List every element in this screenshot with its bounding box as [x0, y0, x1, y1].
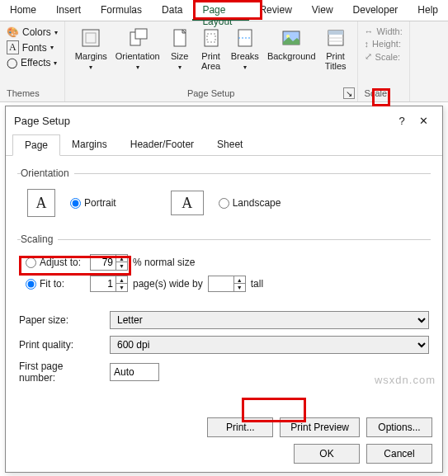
background-icon	[280, 26, 303, 49]
fonts-icon: A	[7, 40, 19, 54]
spin-up[interactable]: ▲	[116, 276, 127, 284]
print-area-button[interactable]: Print Area	[196, 25, 226, 73]
adjust-to-radio-input[interactable]	[26, 257, 36, 268]
scale-scale[interactable]: ⤢Scale:	[365, 51, 403, 62]
portrait-label: Portrait	[84, 197, 116, 209]
adjust-to-spinner[interactable]: ▲▼	[90, 254, 128, 271]
print-area-icon	[200, 26, 223, 49]
tab-formulas[interactable]: Formulas	[91, 0, 152, 21]
landscape-icon: A	[171, 191, 204, 215]
fit-wide-spinner[interactable]: ▲▼	[90, 276, 128, 292]
fit-to-label: Fit to:	[40, 278, 64, 290]
size-icon	[168, 26, 191, 49]
dlg-tab-header-footer[interactable]: Header/Footer	[119, 134, 205, 155]
svg-rect-5	[205, 30, 218, 46]
adjust-to-suffix: % normal size	[133, 257, 195, 268]
options-button[interactable]: Options...	[366, 417, 432, 437]
orientation-icon	[126, 26, 149, 49]
landscape-radio[interactable]: Landscape	[219, 197, 281, 209]
spin-up[interactable]: ▲	[234, 276, 245, 284]
scale-icon: ⤢	[365, 51, 372, 62]
paper-size-select[interactable]: Letter	[110, 311, 429, 329]
size-button[interactable]: Size▾	[165, 25, 195, 73]
height-label: Height:	[372, 39, 401, 49]
breaks-button[interactable]: Breaks▾	[228, 25, 262, 73]
group-page-setup: Margins▾ Orientation▾ Size▾ Print Area B…	[65, 21, 358, 101]
spin-down[interactable]: ▼	[116, 284, 127, 291]
margins-icon	[79, 26, 102, 49]
dialog-body: Orientation A Portrait A Landscape Scali…	[6, 156, 442, 395]
orientation-button[interactable]: Orientation▾	[112, 25, 163, 73]
scale-height[interactable]: ↕Height:	[365, 39, 403, 49]
ribbon-body: 🎨 Colors▾ A Fonts▾ ◯ Effects▾ Themes Mar…	[0, 21, 448, 102]
fit-to-radio-input[interactable]	[26, 279, 36, 290]
cancel-button[interactable]: Cancel	[366, 444, 432, 464]
fonts-menu[interactable]: A Fonts▾	[7, 40, 58, 54]
tab-insert[interactable]: Insert	[46, 0, 91, 21]
first-page-input[interactable]	[110, 363, 159, 381]
page-setup-dialog: Page Setup ? ✕ Page Margins Header/Foote…	[5, 106, 443, 473]
scaling-legend: Scaling	[21, 233, 58, 245]
print-quality-select[interactable]: 600 dpi	[110, 336, 429, 354]
effects-menu[interactable]: ◯ Effects▾	[7, 57, 58, 68]
portrait-radio[interactable]: Portrait	[70, 197, 116, 209]
ok-button[interactable]: OK	[294, 444, 360, 464]
scale-label: Scale:	[375, 52, 401, 62]
adjust-to-label: Adjust to:	[40, 257, 81, 268]
portrait-radio-input[interactable]	[70, 198, 81, 209]
colors-label: Colors	[22, 26, 51, 38]
landscape-radio-input[interactable]	[219, 198, 229, 209]
fit-mid-label: page(s) wide by	[133, 278, 203, 290]
margins-button[interactable]: Margins▾	[72, 25, 111, 73]
spin-down[interactable]: ▼	[116, 262, 127, 270]
help-button[interactable]: ?	[391, 111, 413, 130]
spin-down[interactable]: ▼	[234, 284, 245, 291]
fit-tall-spinner[interactable]: ▲▼	[208, 276, 246, 292]
dlg-tab-page[interactable]: Page	[12, 134, 60, 156]
group-themes: 🎨 Colors▾ A Fonts▾ ◯ Effects▾ Themes	[0, 21, 65, 101]
portrait-icon: A	[27, 189, 55, 217]
fit-to-radio[interactable]: Fit to:	[26, 278, 85, 290]
themes-group-label: Themes	[7, 88, 40, 100]
page-setup-launcher[interactable]: ↘	[343, 87, 355, 99]
scale-width[interactable]: ↔Width:	[365, 26, 403, 36]
tab-developer[interactable]: Developer	[343, 0, 408, 21]
close-button[interactable]: ✕	[413, 111, 434, 130]
print-titles-button[interactable]: Print Titles	[321, 25, 351, 73]
dialog-tabs: Page Margins Header/Footer Sheet	[6, 134, 442, 156]
print-preview-button[interactable]: Print Preview	[280, 417, 360, 437]
page-setup-group-label: Page Setup	[187, 88, 235, 100]
size-label: Size	[171, 51, 188, 61]
svg-rect-0	[83, 30, 99, 46]
tab-page-layout[interactable]: Page Layout	[192, 0, 249, 21]
effects-label: Effects	[21, 57, 50, 68]
dlg-tab-margins[interactable]: Margins	[60, 134, 119, 155]
fit-wide-input[interactable]	[91, 278, 116, 290]
scaling-fieldset: Scaling Adjust to: ▲▼ % normal size Fit …	[17, 233, 431, 298]
dlg-tab-sheet[interactable]: Sheet	[205, 134, 254, 155]
tab-view[interactable]: View	[302, 0, 343, 21]
orientation-fieldset: Orientation A Portrait A Landscape	[17, 167, 431, 224]
dialog-titlebar: Page Setup ? ✕	[6, 106, 442, 134]
width-icon: ↔	[365, 26, 374, 36]
width-label: Width:	[377, 26, 403, 36]
svg-rect-3	[135, 29, 147, 39]
tab-help[interactable]: Help	[408, 0, 448, 21]
background-label: Background	[267, 51, 316, 61]
print-button[interactable]: Print...	[207, 417, 273, 437]
fit-tall-input[interactable]	[209, 278, 233, 290]
tab-review[interactable]: Review	[249, 0, 301, 21]
height-icon: ↕	[365, 39, 370, 49]
dialog-title-text: Page Setup	[14, 115, 70, 127]
fonts-label: Fonts	[22, 42, 47, 54]
tab-data[interactable]: Data	[152, 0, 192, 21]
tab-home[interactable]: Home	[0, 0, 46, 21]
colors-menu[interactable]: 🎨 Colors▾	[7, 26, 58, 38]
breaks-label: Breaks	[231, 51, 259, 61]
background-button[interactable]: Background	[264, 25, 319, 73]
adjust-to-input[interactable]	[91, 257, 116, 268]
landscape-label: Landscape	[233, 197, 281, 209]
watermark: wsxdn.com	[375, 374, 436, 386]
adjust-to-radio[interactable]: Adjust to:	[26, 257, 85, 268]
spin-up[interactable]: ▲	[116, 255, 127, 262]
